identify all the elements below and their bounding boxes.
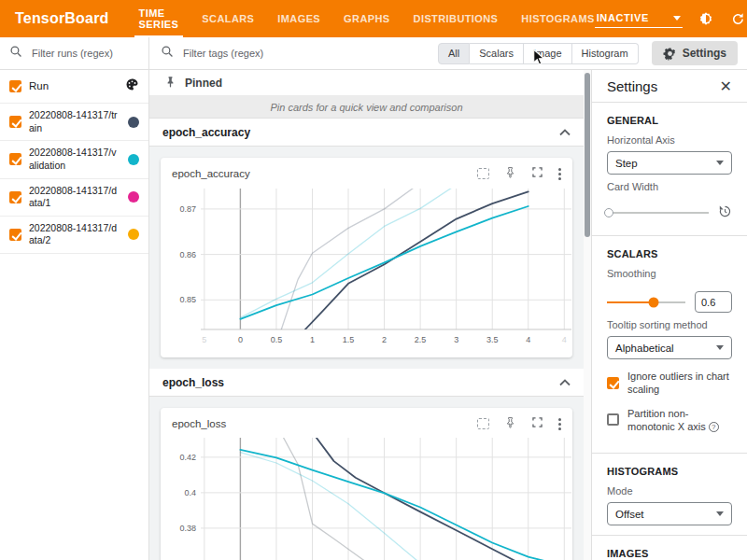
settings-button[interactable]: Settings: [652, 41, 738, 65]
tab-time-series[interactable]: TIME SERIES: [139, 0, 179, 37]
run-name: 20220808-141317/validation: [29, 147, 120, 172]
run-checkbox[interactable]: [9, 153, 21, 165]
fit-to-domain-icon[interactable]: [477, 418, 489, 429]
reset-icon[interactable]: [718, 204, 732, 220]
horizontal-axis-label: Horizontal Axis: [607, 134, 732, 146]
svg-text:4: 4: [526, 335, 530, 344]
horizontal-axis-select[interactable]: Step: [607, 151, 732, 175]
section-header-epoch-accuracy[interactable]: epoch_accuracy: [149, 119, 584, 147]
card-title: epoch_accuracy: [172, 168, 250, 179]
theme-brightness-icon[interactable]: [698, 11, 714, 27]
settings-images-section: IMAGES Brightness Contrast: [592, 536, 747, 560]
section-title: epoch_loss: [162, 376, 224, 389]
fit-to-domain-icon[interactable]: [477, 168, 489, 179]
epoch-accuracy-card: epoch_accuracy: [161, 158, 572, 357]
histogram-mode-value: Offset: [615, 509, 643, 520]
tab-graphs[interactable]: GRAPHS: [344, 0, 389, 37]
svg-text:0: 0: [238, 335, 243, 344]
run-checkbox[interactable]: [9, 191, 21, 203]
general-heading: GENERAL: [607, 115, 732, 126]
help-icon[interactable]: ?: [709, 422, 719, 432]
settings-general-section: GENERAL Horizontal Axis Step Card Width: [592, 103, 747, 235]
svg-text:3: 3: [454, 335, 458, 344]
fullscreen-icon[interactable]: [531, 165, 543, 182]
smoothing-value-input[interactable]: [695, 291, 732, 313]
chevron-down-icon: [716, 511, 724, 516]
card-width-slider[interactable]: [607, 212, 709, 214]
tag-filter-input[interactable]: [181, 47, 405, 60]
filter-chip-all[interactable]: All: [438, 43, 470, 64]
run-checkbox[interactable]: [9, 116, 21, 128]
main-nav: TIME SERIES SCALARS IMAGES GRAPHS DISTRI…: [139, 0, 595, 37]
run-name: 20220808-141317/data/1: [29, 185, 120, 210]
partition-x-axis-label: Partition non-monotonic X axis: [627, 408, 706, 432]
chevron-up-icon[interactable]: [559, 376, 571, 389]
main-scrollbar[interactable]: [584, 70, 591, 560]
refresh-icon[interactable]: [730, 11, 746, 27]
run-row-data-1[interactable]: 20220808-141317/data/1: [0, 179, 148, 217]
tooltip-sort-value: Alphabetical: [615, 343, 674, 354]
svg-text:2.5: 2.5: [415, 335, 427, 344]
settings-button-label: Settings: [683, 47, 726, 60]
svg-text:0.85: 0.85: [179, 295, 196, 304]
scrollbar-thumb[interactable]: [585, 73, 590, 237]
pinned-section-header: Pinned: [149, 70, 584, 96]
tab-histograms[interactable]: HISTOGRAMS: [521, 0, 594, 37]
run-row-validation[interactable]: 20220808-141317/validation: [0, 141, 148, 178]
scalars-heading: SCALARS: [607, 248, 732, 259]
pin-card-icon[interactable]: [504, 415, 516, 432]
svg-text:1: 1: [310, 335, 315, 344]
more-menu-icon[interactable]: [558, 418, 561, 430]
tooltip-sort-label: Tooltip sorting method: [607, 319, 732, 330]
epoch-accuracy-chart[interactable]: 0.850.860.87500.511.522.533.544: [161, 184, 572, 354]
tab-distributions[interactable]: DISTRIBUTIONS: [414, 0, 499, 37]
run-checkbox[interactable]: [9, 229, 21, 241]
close-icon[interactable]: ✕: [720, 79, 732, 94]
search-icon: [161, 45, 174, 62]
partition-x-axis-row[interactable]: Partition non-monotonic X axis?: [607, 407, 732, 434]
app-logo: TensorBoard: [15, 10, 109, 27]
run-name: 20220808-141317/data/2: [29, 222, 120, 247]
ignore-outliers-row[interactable]: Ignore outliers in chart scaling: [607, 370, 732, 397]
run-row-data-2[interactable]: 20220808-141317/data/2: [0, 217, 148, 254]
filter-chip-scalars[interactable]: Scalars: [470, 43, 524, 64]
partition-x-axis-checkbox[interactable]: [607, 413, 619, 426]
svg-text:0.86: 0.86: [179, 250, 196, 259]
settings-scalars-section: SCALARS Smoothing Tooltip sorting method…: [592, 236, 747, 453]
tab-scalars[interactable]: SCALARS: [202, 0, 254, 37]
more-menu-icon[interactable]: [558, 168, 561, 180]
svg-text:0.4: 0.4: [184, 488, 196, 497]
fullscreen-icon[interactable]: [531, 415, 543, 432]
epoch-loss-zone: epoch_loss: [149, 397, 584, 560]
card-title: epoch_loss: [172, 418, 226, 429]
app-bar: TensorBoard TIME SERIES SCALARS IMAGES G…: [0, 0, 747, 37]
reload-status-select[interactable]: INACTIVE: [595, 9, 683, 28]
run-row-train[interactable]: 20220808-141317/train: [0, 104, 148, 141]
images-heading: IMAGES: [607, 548, 732, 559]
ignore-outliers-checkbox[interactable]: [607, 377, 619, 389]
filter-chip-histogram[interactable]: Histogram: [572, 43, 639, 64]
runs-sidebar: Run 20220808-141317/train 20220808-14131…: [0, 37, 149, 560]
palette-icon[interactable]: [125, 77, 139, 95]
epoch-loss-chart[interactable]: 0.420.40.380.36: [161, 434, 572, 560]
run-filter-input[interactable]: [30, 47, 139, 60]
smoothing-slider[interactable]: [607, 301, 685, 303]
tensorboard-app: TensorBoard TIME SERIES SCALARS IMAGES G…: [0, 0, 747, 560]
chevron-up-icon[interactable]: [559, 126, 571, 139]
run-color-dot: [128, 191, 139, 203]
histogram-mode-label: Mode: [607, 485, 732, 497]
tooltip-sort-select[interactable]: Alphabetical: [607, 336, 732, 359]
tag-toolbar: All Scalars Image Histogram Settings: [149, 37, 747, 70]
histogram-mode-select[interactable]: Offset: [607, 502, 732, 525]
pin-card-icon[interactable]: [504, 165, 516, 182]
run-color-dot: [128, 117, 139, 128]
run-color-dot: [128, 229, 139, 240]
settings-panel-title: Settings: [607, 78, 657, 94]
section-header-epoch-loss[interactable]: epoch_loss: [149, 369, 584, 397]
tab-images[interactable]: IMAGES: [277, 0, 320, 37]
pin-icon: [164, 76, 176, 91]
svg-text:2: 2: [382, 335, 387, 344]
smoothing-label: Smoothing: [607, 268, 732, 279]
filter-chip-image[interactable]: Image: [524, 43, 572, 64]
select-all-runs-checkbox[interactable]: [9, 80, 21, 92]
